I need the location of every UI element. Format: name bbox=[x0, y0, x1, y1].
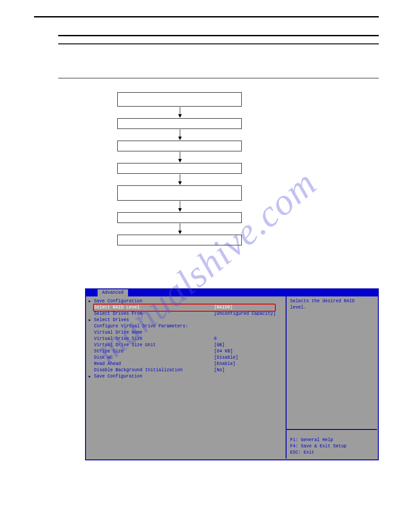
bios-row-value: [No] bbox=[214, 367, 225, 373]
flow-box-5 bbox=[117, 185, 242, 201]
flow-box-4 bbox=[117, 163, 242, 174]
bios-row-1[interactable]: Select RAID Level[RAID0] bbox=[89, 305, 284, 311]
bios-row-10[interactable]: Read Ahead[Enable] bbox=[89, 361, 284, 367]
bios-row-label: Stripe Size bbox=[94, 348, 214, 355]
bios-row-label: Configure Virtual Drive Parameters: bbox=[94, 323, 214, 330]
bios-row-label: Save Configuration bbox=[94, 373, 214, 380]
bios-row-0[interactable]: Save Configuration bbox=[89, 298, 284, 305]
bios-row-6[interactable]: Virtual Drive Size0 bbox=[89, 336, 284, 342]
bios-screenshot: Advanced Save ConfigurationSelect RAID L… bbox=[85, 288, 379, 460]
bios-row-value: [64 KB] bbox=[214, 348, 233, 355]
bios-row-value: [RAID0] bbox=[214, 305, 233, 311]
flow-box-1 bbox=[117, 92, 242, 107]
bios-row-12[interactable]: Save Configuration bbox=[89, 373, 284, 380]
bios-row-7[interactable]: Virtual Drive Size Unit[GB] bbox=[89, 342, 284, 348]
flow-arrow-3 bbox=[117, 151, 243, 163]
bios-row-label: Select Drives bbox=[94, 317, 214, 323]
bios-key-hints: F1: General Help F4: Save & Exit Setup E… bbox=[287, 436, 376, 457]
bios-right-horizontal-divider bbox=[287, 429, 377, 430]
flowchart bbox=[117, 92, 243, 245]
bios-help-text: Selects the desired RAID level. bbox=[287, 297, 376, 312]
flow-arrow-2 bbox=[117, 129, 243, 141]
bios-row-label: Virtual Drive Size Unit bbox=[94, 342, 214, 348]
flow-box-2 bbox=[117, 118, 242, 129]
bios-row-label: Virtual Drive Size bbox=[94, 336, 214, 342]
bios-row-value: 0 bbox=[214, 336, 217, 342]
bios-row-label: Virtual Drive Name bbox=[94, 330, 214, 336]
bios-topbar bbox=[86, 289, 378, 296]
bios-row-9[interactable]: Disk WC[Disable] bbox=[89, 355, 284, 361]
bios-row-value: [GB] bbox=[214, 342, 225, 348]
bios-row-2[interactable]: Select Drives From[Unconfigured Capacity… bbox=[89, 311, 284, 317]
svg-marker-5 bbox=[178, 159, 182, 163]
bios-row-11[interactable]: Disable Background Initialization[No] bbox=[89, 367, 284, 373]
bios-row-value: [Unconfigured Capacity] bbox=[214, 311, 276, 317]
section-rule-3 bbox=[58, 78, 379, 78]
bios-left-panel: Save ConfigurationSelect RAID Level[RAID… bbox=[87, 297, 286, 459]
bios-row-label: Select Drives From bbox=[94, 311, 214, 317]
bios-vertical-divider bbox=[286, 296, 287, 459]
section-rule-2 bbox=[58, 43, 379, 44]
flow-box-3 bbox=[117, 141, 242, 151]
svg-marker-3 bbox=[178, 137, 182, 140]
bios-row-value: [Disable] bbox=[214, 355, 238, 361]
bios-row-8[interactable]: Stripe Size[64 KB] bbox=[89, 348, 284, 355]
bios-row-label: Disable Background Initialization bbox=[94, 367, 214, 373]
page-top-rule bbox=[34, 16, 379, 17]
bios-row-5[interactable]: Virtual Drive Name bbox=[89, 330, 284, 336]
bios-row-3[interactable]: Select Drives bbox=[89, 317, 284, 323]
flow-arrow-6 bbox=[117, 223, 243, 235]
bios-tab-advanced[interactable]: Advanced bbox=[98, 289, 128, 296]
bios-row-value: [Enable] bbox=[214, 361, 235, 367]
flow-box-7 bbox=[117, 235, 242, 245]
section-rule-1 bbox=[58, 35, 379, 36]
flow-box-6 bbox=[117, 212, 242, 223]
bios-row-label: Disk WC bbox=[94, 355, 214, 361]
bios-row-label: Select RAID Level bbox=[94, 305, 214, 311]
svg-marker-1 bbox=[178, 114, 182, 118]
flow-arrow-4 bbox=[117, 174, 243, 185]
bios-row-label: Save Configuration bbox=[94, 298, 214, 305]
svg-marker-11 bbox=[178, 231, 182, 234]
flow-arrow-1 bbox=[117, 107, 243, 118]
svg-marker-9 bbox=[178, 208, 182, 212]
bios-row-4[interactable]: Configure Virtual Drive Parameters: bbox=[89, 323, 284, 330]
flow-arrow-5 bbox=[117, 201, 243, 212]
svg-marker-7 bbox=[178, 181, 182, 185]
bios-row-label: Read Ahead bbox=[94, 361, 214, 367]
